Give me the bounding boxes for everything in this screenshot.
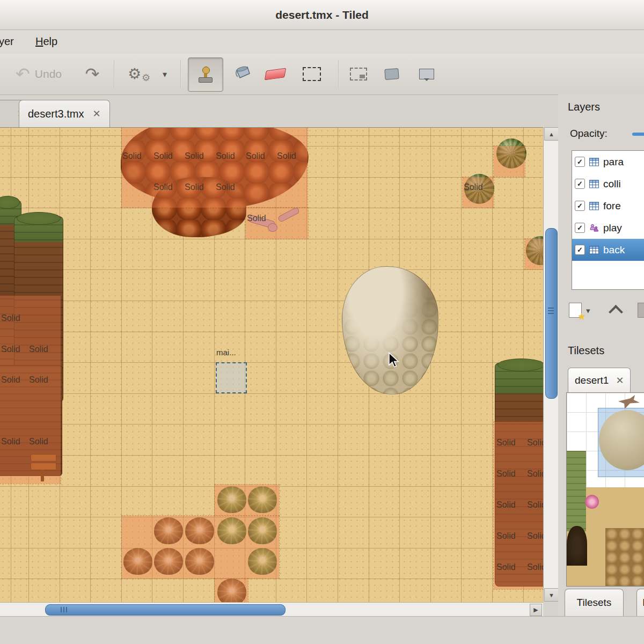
layer-row-colli[interactable]: ✓ colli (572, 173, 644, 195)
undo-icon: ↶ (16, 65, 30, 83)
layer-name: fore (603, 200, 621, 212)
collision-tint (525, 239, 543, 269)
undo-label: Undo (35, 68, 62, 80)
tile-layer-icon (589, 245, 599, 255)
new-layer-button[interactable] (569, 303, 582, 318)
horizontal-scroll-thumb[interactable] (45, 604, 286, 616)
opacity-slider[interactable] (632, 133, 644, 136)
solid-collision-label: Solid (277, 151, 296, 161)
solid-collision-label: Solid (496, 500, 516, 510)
select-objects-tool-button[interactable] (346, 58, 371, 90)
eraser-icon (265, 68, 287, 80)
menu-help[interactable]: Help (33, 34, 60, 49)
layer-name: para (603, 156, 624, 168)
scroll-up-icon: ▲ (548, 131, 554, 137)
solid-collision-label: Solid (527, 469, 543, 479)
layer-name: colli (603, 178, 621, 190)
map-horizontal-scrollbar[interactable]: ▶ (0, 602, 543, 617)
toolbar-separator (338, 60, 339, 88)
stamp-tool-button[interactable] (188, 57, 223, 92)
panel-bottom-tabs: Tilesets H (558, 587, 644, 616)
tileset-green-tiles (567, 451, 586, 531)
solid-collision-label: Solid (153, 151, 173, 161)
map-object-name-label: mai... (216, 348, 236, 357)
collision-tint (215, 579, 248, 602)
undo-button[interactable]: ↶ Undo (6, 58, 71, 90)
collision-tint (463, 177, 494, 208)
scroll-down-button[interactable]: ▼ (544, 588, 559, 602)
layer-row-play[interactable]: ✓ play (572, 217, 644, 239)
collision-tint (122, 128, 308, 208)
selected-map-object[interactable] (216, 362, 247, 393)
toolbar: ↶ Undo ↷ ⚙ ⚙ ▾ (0, 54, 644, 95)
tileset-tabbar: desert1 ✕ (558, 367, 644, 393)
vertical-scroll-thumb[interactable] (545, 228, 558, 399)
window-title: desert.tmx - Tiled (275, 9, 369, 21)
tileset-view[interactable] (566, 392, 644, 587)
tab-tilesets[interactable]: Tilesets (565, 589, 624, 616)
solid-collision-label: Solid (246, 151, 265, 161)
tool-settings-dropdown[interactable]: ▾ (157, 58, 173, 90)
layer-visibility-checkbox[interactable]: ✓ (575, 157, 585, 167)
stamp-icon (197, 67, 214, 83)
layer-visibility-checkbox[interactable]: ✓ (575, 201, 585, 211)
tileset-tab-desert1[interactable]: desert1 ✕ (568, 368, 631, 393)
solid-collision-label: Solid (29, 345, 48, 354)
solid-collision-label: Solid (1, 375, 20, 385)
raise-layer-button[interactable] (609, 305, 623, 319)
select-objects-icon (350, 68, 367, 80)
solid-collision-label: Solid (464, 182, 483, 192)
tile-layer-icon (589, 201, 599, 211)
solid-collision-label: Solid (185, 182, 204, 192)
redo-button[interactable]: ↷ (78, 58, 106, 90)
map-frame: Solid Solid Solid Solid Solid Solid Soli… (0, 127, 558, 602)
layer-name: play (603, 222, 622, 234)
document-tab-desert3[interactable]: desert3.tmx ✕ (19, 100, 110, 127)
map-canvas[interactable]: Solid Solid Solid Solid Solid Solid Soli… (0, 127, 543, 602)
edit-polygons-tool-button[interactable] (379, 58, 405, 90)
layer-visibility-checkbox[interactable]: ✓ (575, 179, 585, 189)
layer-visibility-checkbox[interactable]: ✓ (575, 223, 585, 233)
close-icon[interactable]: ✕ (616, 375, 624, 386)
solid-collision-label: Solid (496, 562, 516, 572)
layer-row-para[interactable]: ✓ para (572, 151, 644, 173)
gear-small-icon: ⚙ (142, 73, 150, 83)
map-vertical-scrollbar[interactable]: ▲ ▼ (543, 127, 559, 602)
bucket-fill-tool-button[interactable] (228, 58, 258, 90)
scroll-right-button[interactable]: ▶ (530, 604, 542, 616)
solid-collision-label: Solid (1, 345, 20, 354)
close-icon[interactable]: ✕ (92, 108, 100, 120)
solid-collision-label: Solid (216, 182, 235, 192)
solid-collision-label: Solid (527, 438, 543, 448)
layer-button-partial[interactable] (638, 303, 644, 318)
tileset-bones-tile (618, 395, 640, 409)
gear-icon: ⚙ (128, 67, 141, 82)
bucket-icon (233, 65, 252, 83)
layer-row-fore[interactable]: ✓ fore (572, 195, 644, 217)
chevron-down-icon: ▾ (163, 69, 167, 79)
layer-name: back (603, 244, 625, 256)
new-layer-dropdown[interactable]: ▾ (586, 306, 590, 316)
opacity-row: Opacity: (570, 128, 644, 142)
solid-collision-label: Solid (496, 469, 516, 479)
tab-history-partial[interactable]: H (636, 589, 644, 616)
tile-layer-icon (589, 157, 599, 167)
layers-list: ✓ para ✓ colli ✓ fore ✓ play (572, 150, 644, 290)
toolbar-separator (180, 60, 181, 88)
scroll-up-button[interactable]: ▲ (544, 127, 559, 141)
solid-collision-label: Solid (527, 562, 543, 572)
menu-layer[interactable]: yer (0, 34, 16, 49)
tileset-rock-tiles (605, 528, 644, 586)
statusbar (0, 616, 644, 644)
collision-tint (246, 208, 308, 239)
edit-polygons-icon (384, 68, 399, 80)
tile-layer-icon (589, 179, 599, 189)
layer-visibility-checkbox[interactable]: ✓ (575, 245, 585, 255)
insert-tile-tool-button[interactable] (413, 58, 440, 90)
collision-tint (215, 485, 279, 516)
eraser-tool-button[interactable] (261, 58, 290, 90)
tool-settings-button[interactable]: ⚙ ⚙ (123, 58, 155, 90)
layer-row-back[interactable]: ✓ back (572, 239, 644, 261)
solid-collision-label: Solid (496, 438, 516, 448)
rect-select-tool-button[interactable] (296, 58, 327, 90)
